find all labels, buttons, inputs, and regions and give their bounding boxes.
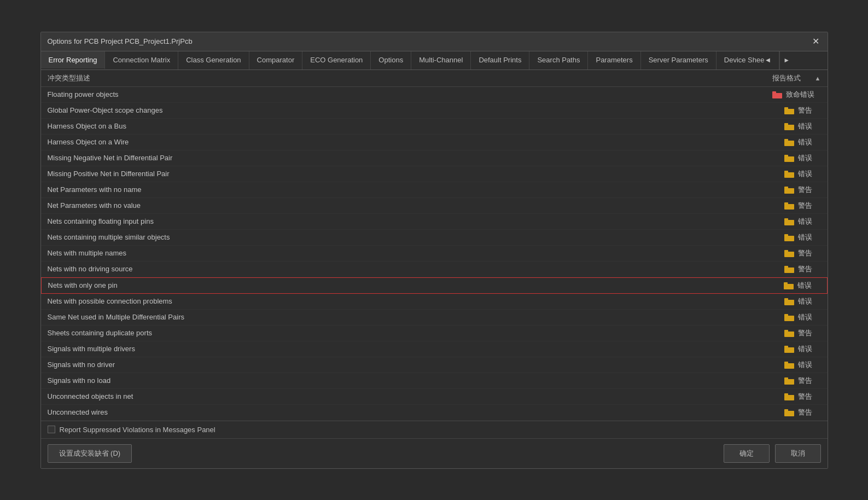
status-label: 警告 [798, 392, 814, 402]
folder-icon [784, 265, 795, 274]
table-row[interactable]: Harness Object on a Wire错误 [41, 135, 828, 150]
status-label: 警告 [798, 264, 814, 274]
table-row[interactable]: Signals with multiple drivers错误 [41, 341, 828, 357]
svg-rect-7 [784, 141, 794, 146]
tab-nav-right[interactable]: ► [779, 51, 793, 69]
svg-rect-17 [784, 220, 794, 225]
status-label: 错误 [798, 296, 814, 306]
violations-list[interactable]: Floating power objects致命错误Global Power-O… [41, 87, 828, 421]
table-row[interactable]: Nets with no driving source警告 [41, 261, 828, 277]
folder-icon [784, 170, 795, 178]
folder-icon [784, 329, 795, 338]
table-row[interactable]: Net Parameters with no name警告 [41, 182, 828, 198]
item-status: 错误 [749, 312, 814, 322]
table-row[interactable]: Nets containing floating input pins错误 [41, 214, 828, 230]
item-status: 错误 [748, 281, 814, 290]
svg-rect-29 [784, 316, 794, 321]
tab-multi-channel[interactable]: Multi-Channel [411, 51, 471, 69]
table-row[interactable]: Unconnected wires警告 [41, 405, 828, 421]
item-status: 错误 [749, 153, 814, 163]
status-label: 警告 [798, 201, 814, 211]
svg-rect-1 [772, 93, 782, 98]
set-install-defaults-button[interactable]: 设置成安装缺省 (D) [48, 444, 132, 463]
table-row[interactable]: Nets with possible connection problems错误 [41, 294, 828, 310]
item-status: 错误 [749, 169, 814, 179]
tab-eco-generation[interactable]: ECO Generation [302, 51, 371, 69]
status-label: 错误 [798, 232, 814, 242]
item-status: 错误 [749, 137, 814, 147]
suppress-violations-checkbox[interactable] [48, 426, 55, 433]
svg-rect-39 [784, 395, 794, 400]
table-row[interactable]: Missing Negative Net in Differential Pai… [41, 150, 828, 166]
table-row[interactable]: Harness Object on a Bus错误 [41, 119, 828, 135]
folder-icon [784, 345, 795, 353]
item-status: 警告 [749, 201, 814, 211]
tab-options[interactable]: Options [371, 51, 411, 69]
table-row[interactable]: Nets with multiple names警告 [41, 246, 828, 261]
folder-icon [784, 185, 795, 194]
item-name: Nets with no driving source [48, 265, 133, 273]
table-row[interactable]: Sheets containing duplicate ports警告 [41, 325, 828, 341]
ok-button[interactable]: 确定 [724, 444, 770, 463]
tab-parameters[interactable]: Parameters [588, 51, 640, 69]
close-button[interactable]: ✕ [811, 37, 821, 46]
item-status: 警告 [749, 328, 814, 338]
svg-rect-23 [784, 268, 794, 273]
svg-rect-27 [784, 300, 794, 305]
item-status: 警告 [749, 248, 814, 258]
tab-connection-matrix[interactable]: Connection Matrix [105, 51, 178, 69]
item-name: Floating power objects [48, 90, 119, 98]
item-status: 警告 [749, 185, 814, 195]
svg-rect-19 [784, 236, 794, 241]
svg-rect-5 [784, 125, 794, 130]
svg-rect-31 [784, 332, 794, 337]
item-name: Unconnected objects in net [48, 392, 133, 400]
table-row[interactable]: Nets containing multiple similar objects… [41, 230, 828, 246]
item-name: Missing Negative Net in Differential Pai… [48, 154, 173, 162]
item-status: 警告 [749, 106, 814, 115]
table-row[interactable]: Global Power-Object scope changes警告 [41, 103, 828, 119]
folder-icon [784, 233, 795, 242]
table-row[interactable]: Floating power objects致命错误 [41, 87, 828, 103]
item-name: Nets with only one pin [48, 281, 118, 289]
table-row[interactable]: Nets with only one pin错误 [41, 277, 828, 294]
svg-rect-25 [784, 284, 794, 289]
tab-class-generation[interactable]: Class Generation [178, 51, 249, 69]
sort-icon[interactable]: ▲ [815, 75, 821, 82]
tab-device-sheet[interactable]: Device Shee◄ [716, 51, 780, 69]
item-status: 错误 [749, 296, 814, 306]
tab-bar: Error Reporting Connection Matrix Class … [41, 51, 828, 70]
table-row[interactable]: Same Net used in Multiple Differential P… [41, 310, 828, 325]
item-status: 警告 [749, 264, 814, 274]
item-name: Net Parameters with no name [48, 185, 142, 194]
status-label: 错误 [798, 121, 814, 131]
folder-icon [784, 297, 795, 306]
status-label: 错误 [798, 344, 814, 354]
tab-default-prints[interactable]: Default Prints [471, 51, 529, 69]
status-label: 警告 [798, 185, 814, 195]
table-row[interactable]: Net Parameters with no value警告 [41, 198, 828, 214]
tab-server-parameters[interactable]: Server Parameters [641, 51, 716, 69]
table-row[interactable]: Signals with no driver错误 [41, 357, 828, 373]
table-row[interactable]: Unconnected objects in net警告 [41, 389, 828, 405]
svg-rect-15 [784, 204, 794, 210]
item-name: Signals with no load [48, 376, 111, 385]
tab-search-paths[interactable]: Search Paths [529, 51, 588, 69]
folder-icon [783, 281, 794, 290]
folder-icon [784, 361, 795, 369]
item-name: Global Power-Object scope changes [48, 106, 163, 114]
item-status: 错误 [749, 217, 814, 226]
status-label: 错误 [798, 137, 814, 147]
item-name: Missing Positive Net in Differential Pai… [48, 170, 170, 178]
tab-comparator[interactable]: Comparator [249, 51, 303, 69]
suppress-violations-label: Report Suppressed Violations in Messages… [60, 426, 215, 434]
item-name: Nets containing multiple similar objects [48, 233, 170, 241]
table-row[interactable]: Missing Positive Net in Differential Pai… [41, 166, 828, 182]
folder-icon [784, 106, 795, 115]
cancel-button[interactable]: 取消 [775, 444, 821, 463]
status-label: 警告 [798, 328, 814, 338]
table-row[interactable]: Signals with no load警告 [41, 373, 828, 389]
tab-error-reporting[interactable]: Error Reporting [41, 51, 106, 69]
item-name: Nets containing floating input pins [48, 217, 154, 225]
status-label: 错误 [798, 169, 814, 179]
